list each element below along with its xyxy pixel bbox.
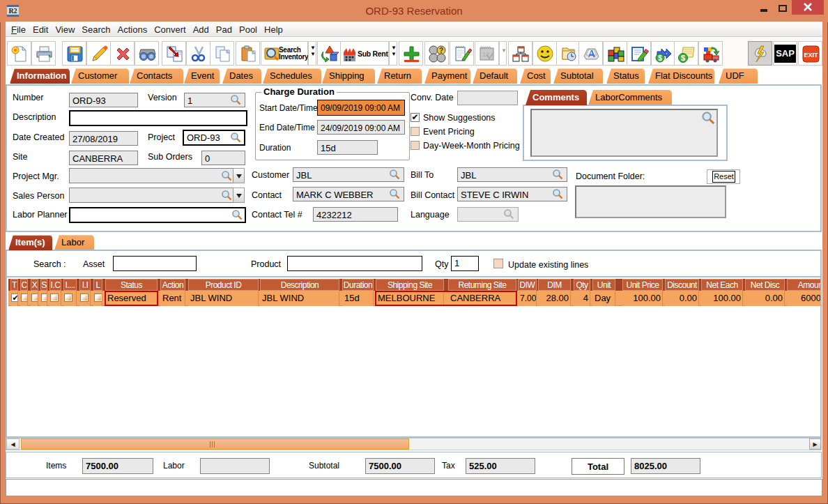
svg-text:$: $ <box>658 54 662 62</box>
svg-text:?: ? <box>439 47 443 54</box>
svg-text:EXIT: EXIT <box>804 52 818 59</box>
svg-text:$: $ <box>681 54 685 62</box>
